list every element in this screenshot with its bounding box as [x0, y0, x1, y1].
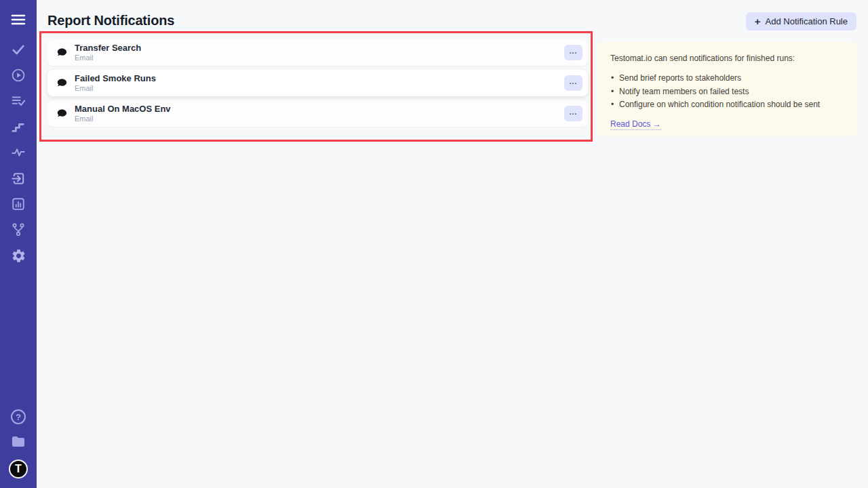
analytics-bar-chart-icon[interactable] [10, 196, 26, 212]
info-panel: Testomat.io can send notifications for f… [597, 42, 857, 136]
info-bullet: Notify team members on failed tests [610, 85, 844, 99]
rule-text: Manual On MacOS Env Email [75, 104, 171, 123]
rule-name: Transfer Search [75, 43, 141, 53]
import-icon[interactable] [10, 170, 26, 186]
chat-bubble-icon [56, 47, 68, 58]
rule-menu-button[interactable]: ... [564, 106, 583, 121]
milestones-stairs-icon[interactable] [10, 119, 26, 135]
chat-bubble-icon [56, 108, 68, 119]
arrow-right-icon: → [653, 119, 661, 129]
rule-text: Failed Smoke Runs Email [75, 73, 156, 93]
read-docs-label: Read Docs [610, 119, 650, 129]
rule-name: Failed Smoke Runs [75, 73, 156, 83]
plus-icon: + [755, 16, 761, 26]
info-panel-intro: Testomat.io can send notifications for f… [610, 54, 844, 63]
rule-name: Manual On MacOS Env [75, 104, 171, 114]
add-notification-rule-button[interactable]: + Add Notification Rule [746, 12, 856, 30]
info-bullet: Send brief reports to stakeholders [610, 72, 844, 85]
info-panel-bullets: Send brief reports to stakeholdersNotify… [610, 72, 844, 112]
hamburger-menu-icon[interactable] [10, 12, 26, 28]
read-docs-link[interactable]: Read Docs → [610, 119, 661, 130]
rule-menu-button[interactable]: ... [564, 45, 583, 60]
rule-text: Transfer Search Email [75, 43, 141, 62]
git-branch-icon[interactable] [10, 222, 26, 238]
rule-channel: Email [75, 54, 141, 62]
sidebar-footer: ? T [0, 409, 37, 479]
sidebar-nav [10, 0, 26, 264]
sidebar: ? T [0, 0, 37, 488]
help-icon[interactable]: ? [11, 409, 26, 424]
notification-rules-list: Transfer Search Email ... Failed Smoke R… [47, 39, 588, 131]
page-title: Report Notifications [47, 13, 174, 28]
test-plans-list-check-icon[interactable] [10, 93, 26, 109]
chat-bubble-icon [56, 77, 68, 89]
rule-channel: Email [75, 115, 171, 123]
testomat-logo[interactable]: T [9, 460, 28, 479]
notification-rule-row[interactable]: Failed Smoke Runs Email ... [47, 70, 588, 96]
add-notification-rule-label: Add Notification Rule [766, 16, 848, 26]
pulse-activity-icon[interactable] [10, 144, 26, 161]
rule-channel: Email [75, 84, 156, 93]
app-window: ? T Report Notifications + Add Notificat… [0, 0, 868, 488]
info-bullet: Configure on which condition notificatio… [610, 98, 844, 112]
rule-menu-button[interactable]: ... [564, 75, 583, 91]
settings-gear-icon[interactable] [10, 247, 26, 264]
runs-play-circle-icon[interactable] [10, 67, 26, 83]
tests-check-icon[interactable] [10, 41, 26, 58]
notification-rule-row[interactable]: Manual On MacOS Env Email ... [47, 100, 588, 127]
notification-rule-row[interactable]: Transfer Search Email ... [47, 39, 588, 66]
projects-folder-icon[interactable] [10, 434, 26, 450]
